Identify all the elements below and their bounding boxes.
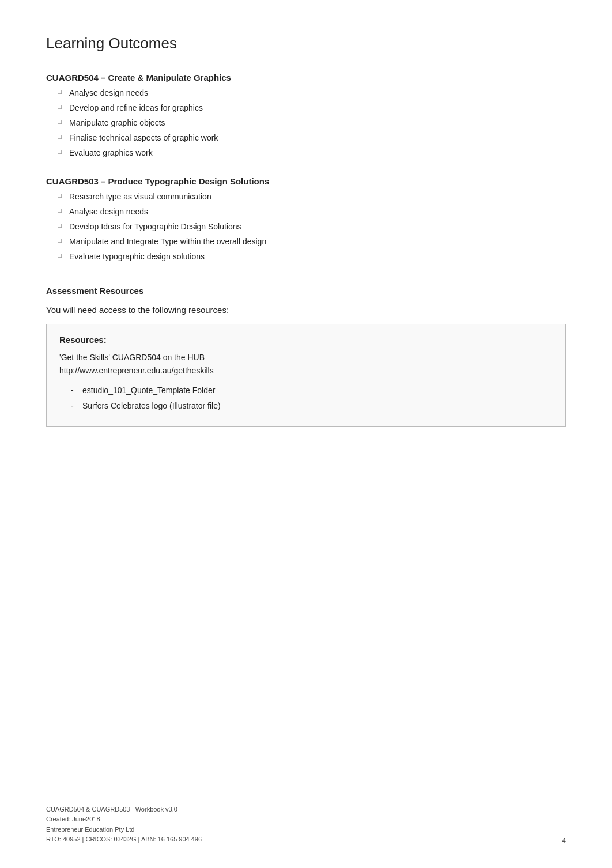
list-item: Manipulate graphic objects	[58, 117, 566, 129]
section2-heading: CUAGRD503 – Produce Typographic Design S…	[46, 176, 566, 186]
section1-heading: CUAGRD504 – Create & Manipulate Graphics	[46, 73, 566, 82]
resources-box: Resources: 'Get the Skills' CUAGRD504 on…	[46, 324, 566, 427]
resource-url: http://www.entrepreneur.edu.au/gettheski…	[59, 366, 553, 375]
footer-line1: CUAGRD504 & CUAGRD503– Workbook v3.0	[46, 805, 202, 815]
section1-block: CUAGRD504 – Create & Manipulate Graphics…	[46, 73, 566, 159]
list-item: Research type as visual communication	[58, 191, 566, 203]
page-number: 4	[562, 837, 566, 845]
resources-label: Resources:	[59, 335, 553, 345]
dash-item: estudio_101_Quote_Template Folder	[71, 384, 553, 397]
footer-line2: Created: June2018	[46, 814, 202, 825]
dash-list: estudio_101_Quote_Template Folder Surfer…	[59, 384, 553, 412]
list-item: Develop Ideas for Typographic Design Sol…	[58, 221, 566, 233]
footer-line4: RTO: 40952 | CRICOS: 03432G | ABN: 16 16…	[46, 835, 202, 845]
list-item: Develop and refine ideas for graphics	[58, 102, 566, 114]
footer: CUAGRD504 & CUAGRD503– Workbook v3.0 Cre…	[46, 805, 202, 845]
footer-line3: Entrepreneur Education Pty Ltd	[46, 825, 202, 835]
list-item: Manipulate and Integrate Type within the…	[58, 236, 566, 248]
page-container: Learning Outcomes CUAGRD504 – Create & M…	[0, 0, 612, 490]
resource-text: 'Get the Skills' CUAGRD504 on the HUB	[59, 352, 553, 364]
section1-list: Analyse design needs Develop and refine …	[46, 87, 566, 159]
list-item: Evaluate typographic design solutions	[58, 251, 566, 263]
assessment-heading: Assessment Resources	[46, 286, 566, 296]
list-item: Evaluate graphics work	[58, 147, 566, 159]
assessment-intro: You will need access to the following re…	[46, 305, 566, 315]
list-item: Analyse design needs	[58, 87, 566, 99]
section2-block: CUAGRD503 – Produce Typographic Design S…	[46, 176, 566, 263]
list-item: Finalise technical aspects of graphic wo…	[58, 132, 566, 144]
list-item: Analyse design needs	[58, 206, 566, 218]
page-title: Learning Outcomes	[46, 35, 566, 56]
dash-item: Surfers Celebrates logo (Illustrator fil…	[71, 400, 553, 412]
section2-list: Research type as visual communication An…	[46, 191, 566, 263]
